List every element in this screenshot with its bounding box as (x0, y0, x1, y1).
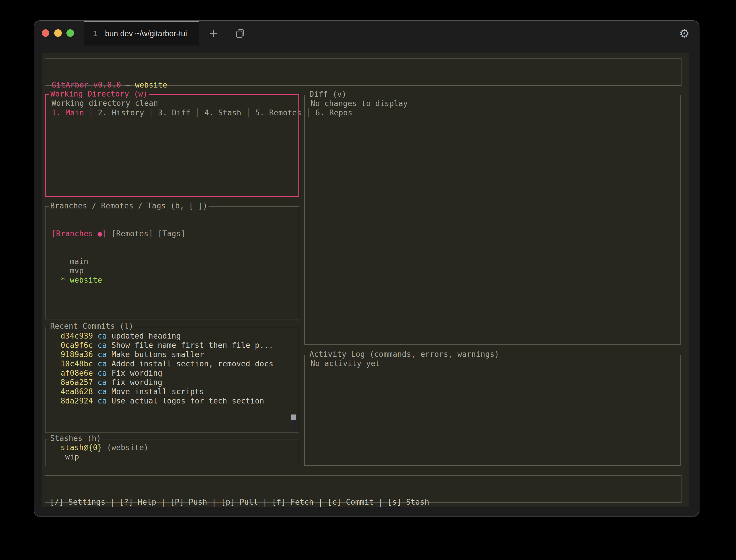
recent-commits-panel: Recent Commits (l) d34c939 ca updated he… (45, 327, 299, 433)
commit-message: Show file name first then file p... (107, 341, 273, 350)
plus-icon: + (210, 26, 217, 41)
branch-row-mvp[interactable]: mvp (51, 266, 293, 275)
commit-message: Make buttons smaller (107, 350, 204, 359)
commit-row[interactable]: 4ea8628 ca Move install scripts (51, 387, 293, 396)
stash-message: wip (51, 452, 293, 461)
current-branch-marker: * (51, 276, 70, 284)
working-directory-title: Working Directory (w) (49, 90, 149, 98)
view-tab-gap (107, 229, 111, 238)
diff-panel-title: Diff (v) (308, 90, 348, 98)
stash-list: stash@{0} (website) wip (46, 439, 299, 465)
tab-overview-button[interactable] (231, 21, 249, 46)
terminal-tab[interactable]: 1 bun dev ~/w/gitarbor-tui (84, 21, 199, 46)
branch-name: main (70, 257, 88, 266)
commit-message: Use actual logos for tech section (107, 397, 264, 405)
zoom-button[interactable] (66, 29, 74, 37)
commit-author: ca (93, 378, 107, 387)
branch-list: main mvp * website (51, 257, 293, 285)
diff-message: No changes to display (305, 95, 680, 112)
stash-row[interactable]: stash@{0} (website) (51, 443, 293, 452)
branch-row-website[interactable]: * website (51, 275, 293, 285)
commit-row[interactable]: 0ca9f6c ca Show file name first then fil… (51, 341, 293, 350)
branch-view-tabs: [Branches ●] [Remotes] [Tags] (51, 229, 293, 238)
commit-message: updated heading (107, 332, 181, 340)
status-bar: [/] Settings | [?] Help | [P] Push | [p]… (45, 475, 682, 503)
branches-panel-title: Branches / Remotes / Tags (b, [ ]) (49, 202, 208, 210)
commit-hash: 8da2924 (51, 397, 93, 405)
commit-list: d34c939 ca updated heading 0ca9f6c ca Sh… (46, 327, 299, 409)
close-button[interactable] (42, 29, 49, 37)
branch-name: website (70, 276, 102, 284)
current-branch-marker (51, 257, 70, 266)
branches-panel: Branches / Remotes / Tags (b, [ ]) [Bran… (45, 206, 299, 319)
current-branch: website (135, 81, 167, 89)
view-tab-gap (153, 229, 158, 238)
branch-row-main[interactable]: main (51, 257, 293, 266)
stashes-panel: Stashes (h) stash@{0} (website) wip (45, 439, 299, 466)
commit-row[interactable]: 8da2924 ca Use actual logos for tech sec… (51, 396, 293, 406)
commit-hash: 8a6a257 (51, 378, 93, 387)
minimize-button[interactable] (54, 29, 62, 37)
branch-view-tab-branches[interactable]: [Branches ●] (51, 229, 107, 238)
tab-number: 1 (93, 29, 97, 38)
recent-commits-title: Recent Commits (l) (49, 322, 134, 330)
stash-ref: stash@{0} (51, 443, 102, 452)
terminal-screen: GitArbor v0.0.0 — website 1. Main │ 2. H… (42, 53, 689, 507)
title-bar: 1 bun dev ~/w/gitarbor-tui + ⚙ (34, 21, 699, 46)
new-tab-button[interactable]: + (206, 21, 221, 46)
working-directory-panel: Working Directory (w) Working directory … (45, 94, 299, 197)
commit-author: ca (93, 350, 107, 359)
commit-row[interactable]: d34c939 ca updated heading (51, 331, 293, 341)
tabs-overview-icon (235, 28, 245, 38)
commit-row[interactable]: 8a6a257 ca fix wording (51, 378, 293, 387)
commits-scrollbar-track[interactable] (291, 414, 296, 432)
app-title-row: GitArbor v0.0.0 — website (52, 80, 681, 90)
commit-author: ca (93, 397, 107, 405)
terminal-window: 1 bun dev ~/w/gitarbor-tui + ⚙ GitArbor … (34, 20, 699, 517)
commit-row[interactable]: 9189a36 ca Make buttons smaller (51, 350, 293, 359)
commit-author: ca (93, 369, 107, 377)
commit-hash: af08e6e (51, 369, 93, 377)
commit-author: ca (93, 332, 107, 340)
status-bar-line1: [/] Settings | [?] Help | [P] Push | [p]… (50, 497, 681, 507)
commit-message: fix wording (107, 378, 162, 387)
gear-icon: ⚙ (679, 27, 690, 40)
activity-log-panel: Activity Log (commands, errors, warnings… (304, 355, 681, 466)
commit-hash: d34c939 (51, 332, 93, 340)
current-branch-marker (51, 266, 70, 275)
commit-message: Move install scripts (107, 387, 204, 396)
branch-view-tab-tags[interactable]: [Tags] (158, 229, 186, 238)
app-title: GitArbor v0.0.0 (52, 81, 121, 89)
commit-author: ca (93, 359, 107, 368)
settings-gear-button[interactable]: ⚙ (675, 21, 694, 46)
commit-hash: 0ca9f6c (51, 341, 93, 350)
commit-hash: 9189a36 (51, 350, 93, 359)
commit-hash: 10c48bc (51, 359, 93, 368)
stash-branch: (website) (102, 443, 149, 452)
commit-hash: 4ea8628 (51, 387, 93, 396)
commit-author: ca (93, 341, 107, 350)
commit-author: ca (93, 387, 107, 396)
commit-row[interactable]: af08e6e ca Fix wording (51, 368, 293, 378)
stashes-panel-title: Stashes (h) (49, 434, 102, 442)
commit-row[interactable]: 10c48bc ca Added install section, remove… (51, 359, 293, 368)
app-header: GitArbor v0.0.0 — website 1. Main │ 2. H… (45, 58, 682, 86)
commit-message: Fix wording (107, 369, 162, 377)
branch-name: mvp (70, 266, 84, 275)
commits-scrollbar-thumb[interactable] (291, 414, 296, 420)
tab-title: bun dev ~/w/gitarbor-tui (105, 29, 187, 38)
activity-log-title: Activity Log (commands, errors, warnings… (308, 350, 500, 358)
branch-view-tab-remotes[interactable]: [Remotes] (111, 229, 153, 238)
title-separator: — (121, 81, 135, 89)
diff-panel: Diff (v) No changes to display (304, 95, 681, 345)
commit-message: Added install section, removed docs (107, 359, 273, 368)
